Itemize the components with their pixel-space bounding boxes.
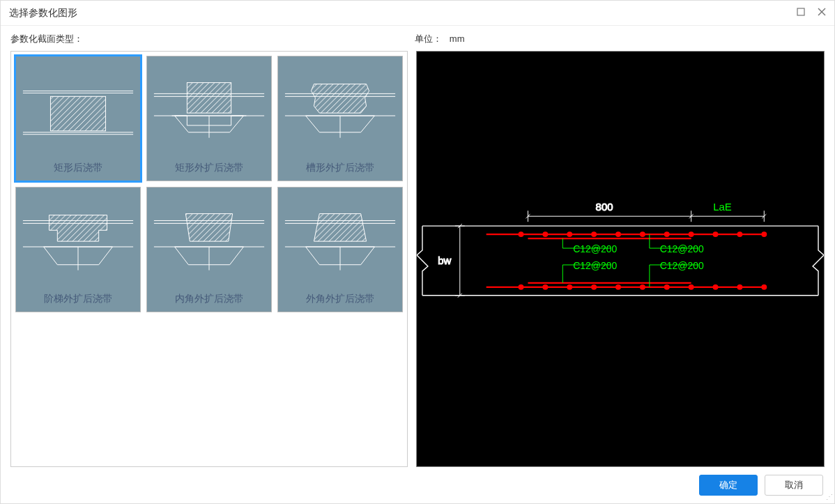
dialog-footer: 确定 取消 <box>1 467 834 503</box>
svg-point-82 <box>737 284 742 290</box>
svg-rect-0 <box>797 8 804 15</box>
svg-point-76 <box>591 284 597 290</box>
section-thumb-0[interactable]: 矩形后浇带 <box>15 56 141 181</box>
dim-bw: bw <box>438 254 451 266</box>
section-type-label: 参数化截面类型： <box>10 33 415 45</box>
svg-point-66 <box>615 231 621 237</box>
svg-point-69 <box>689 231 694 237</box>
section-thumb-2-image <box>278 56 402 155</box>
resize-grip-icon[interactable]: ⋰ <box>825 494 833 502</box>
svg-point-81 <box>713 284 719 290</box>
dialog-title: 选择参数化图形 <box>9 7 77 20</box>
svg-rect-6 <box>50 96 105 130</box>
svg-point-68 <box>664 231 670 237</box>
svg-point-65 <box>591 231 597 237</box>
maximize-icon[interactable] <box>797 8 805 18</box>
svg-point-75 <box>567 284 572 290</box>
svg-point-64 <box>567 231 572 237</box>
close-icon[interactable] <box>818 8 826 18</box>
section-thumb-1-label: 矩形外扩后浇带 <box>147 155 271 181</box>
section-thumb-5-image <box>278 188 402 287</box>
svg-marker-32 <box>185 214 232 242</box>
rebar-label-1: C12@200 <box>660 243 704 254</box>
section-thumb-3[interactable]: 阶梯外扩后浇带 <box>15 187 141 312</box>
svg-point-62 <box>519 231 524 237</box>
svg-point-78 <box>640 284 645 290</box>
section-thumb-3-label: 阶梯外扩后浇带 <box>16 287 140 312</box>
svg-marker-25 <box>49 215 107 242</box>
svg-point-72 <box>761 231 767 237</box>
svg-point-80 <box>689 284 694 290</box>
section-thumb-2-label: 槽形外扩后浇带 <box>278 155 402 181</box>
dim-top: 800 <box>596 201 613 213</box>
svg-point-77 <box>615 284 621 290</box>
dialog-content: 参数化截面类型： 单位： mm <box>1 26 834 467</box>
section-thumb-3-image <box>16 188 140 287</box>
cancel-button[interactable]: 取消 <box>765 475 823 496</box>
dim-lae: LaE <box>713 201 732 213</box>
ok-button[interactable]: 确定 <box>699 475 758 496</box>
section-thumb-5-label: 外角外扩后浇带 <box>278 287 402 312</box>
unit-label-group: 单位： mm <box>415 33 465 45</box>
svg-point-70 <box>713 231 719 237</box>
svg-point-73 <box>519 284 524 290</box>
rebar-label-2: C12@200 <box>573 260 617 271</box>
labels-row: 参数化截面类型： 单位： mm <box>10 33 825 51</box>
svg-point-63 <box>542 231 548 237</box>
svg-rect-12 <box>187 83 231 114</box>
svg-marker-39 <box>314 214 366 242</box>
section-thumb-4-label: 内角外扩后浇带 <box>147 287 271 312</box>
svg-point-74 <box>542 284 548 290</box>
dialog-window: 选择参数化图形 参数化截面类型： 单位： mm <box>0 0 835 504</box>
panels: 矩形后浇带 <box>10 51 825 467</box>
section-type-gallery: 矩形后浇带 <box>10 51 408 467</box>
rebar-label-0: C12@200 <box>573 243 617 254</box>
section-thumb-5[interactable]: 外角外扩后浇带 <box>277 187 403 312</box>
section-thumb-4-image <box>147 188 271 287</box>
section-thumb-4[interactable]: 内角外扩后浇带 <box>146 187 272 312</box>
svg-point-79 <box>664 284 670 290</box>
svg-point-67 <box>640 231 645 237</box>
section-thumb-0-image <box>16 56 140 155</box>
unit-value: mm <box>450 33 465 44</box>
section-thumb-0-label: 矩形后浇带 <box>16 155 140 181</box>
section-thumb-1[interactable]: 矩形外扩后浇带 <box>146 56 272 181</box>
preview-canvas[interactable]: 800 LaE <box>416 51 825 467</box>
svg-point-83 <box>761 284 767 290</box>
section-thumb-1-image <box>147 56 271 155</box>
rebar-label-3: C12@200 <box>660 260 704 271</box>
titlebar: 选择参数化图形 <box>1 1 834 26</box>
unit-label: 单位： <box>415 33 442 44</box>
svg-point-71 <box>737 231 742 237</box>
section-thumb-2[interactable]: 槽形外扩后浇带 <box>277 56 403 181</box>
window-controls <box>797 8 826 18</box>
